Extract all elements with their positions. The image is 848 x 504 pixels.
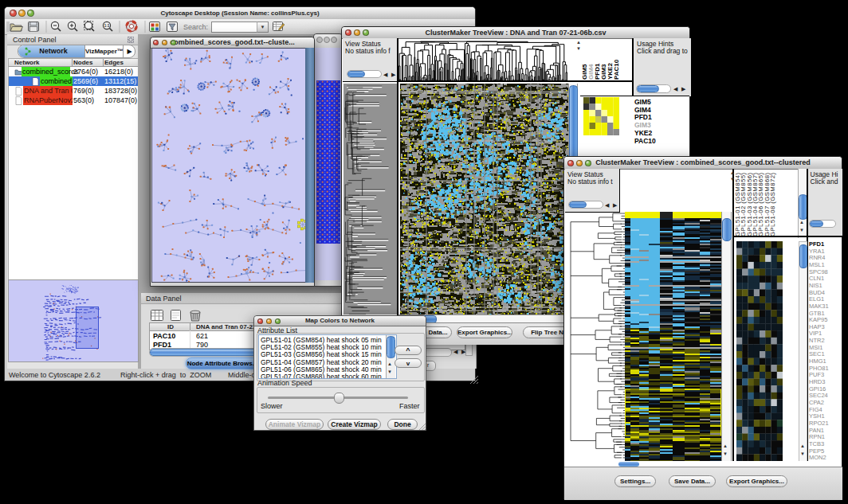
svg-text:PAC10: PAC10 (613, 59, 620, 80)
svg-text:GPL51-08 (GSM872): GPL51-08 (GSM872) (769, 173, 776, 236)
svg-text:1:1: 1:1 (104, 23, 109, 28)
